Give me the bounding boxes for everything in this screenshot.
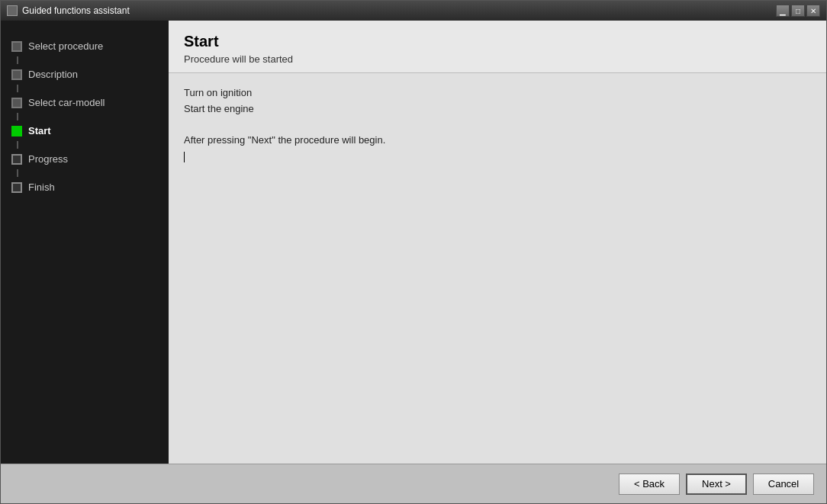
step-indicator-select-car-modell xyxy=(11,98,22,108)
step-indicator-finish xyxy=(11,182,22,193)
window-icon xyxy=(7,5,18,16)
sidebar-item-progress: Progress xyxy=(1,149,169,169)
content-body: Turn on ignition Start the engine After … xyxy=(184,85,811,165)
maximize-button[interactable]: □ xyxy=(791,5,805,17)
content-area: Select procedure Description Select car-… xyxy=(1,21,826,464)
step-label-progress: Progress xyxy=(28,153,68,165)
cancel-button[interactable]: Cancel xyxy=(753,474,814,495)
content-line-blank xyxy=(184,117,811,133)
sidebar: Select procedure Description Select car-… xyxy=(1,21,169,464)
minimize-button[interactable]: ▁ xyxy=(776,5,790,17)
window-title: Guided functions assistant xyxy=(22,5,771,16)
step-connector-2 xyxy=(17,85,18,92)
page-subtitle: Procedure will be started xyxy=(184,53,811,65)
next-button[interactable]: Next > xyxy=(686,474,747,495)
sidebar-item-finish: Finish xyxy=(1,177,169,197)
step-connector-3 xyxy=(17,113,18,120)
sidebar-item-select-procedure: Select procedure xyxy=(1,36,169,56)
step-label-description: Description xyxy=(28,69,78,80)
content-line-2: Start the engine xyxy=(184,101,811,117)
step-label-finish: Finish xyxy=(28,181,55,193)
text-cursor xyxy=(184,152,185,162)
close-button[interactable]: ✕ xyxy=(806,5,820,17)
sidebar-item-start: Start xyxy=(1,120,169,141)
main-content: Turn on ignition Start the engine After … xyxy=(169,73,826,464)
step-connector-1 xyxy=(17,56,18,64)
titlebar-buttons: ▁ □ ✕ xyxy=(776,5,820,17)
step-connector-4 xyxy=(17,141,18,149)
titlebar: Guided functions assistant ▁ □ ✕ xyxy=(1,1,826,21)
content-cursor-line xyxy=(184,149,811,165)
step-indicator-description xyxy=(11,69,22,80)
step-label-select-procedure: Select procedure xyxy=(28,40,103,52)
back-button[interactable]: < Back xyxy=(619,474,680,495)
wizard-steps: Select procedure Description Select car-… xyxy=(1,28,169,205)
step-indicator-start xyxy=(11,126,22,136)
step-label-select-car-modell: Select car-modell xyxy=(28,97,105,108)
step-indicator-progress xyxy=(11,154,22,165)
main-panel: Start Procedure will be started Turn on … xyxy=(169,21,826,464)
sidebar-item-description: Description xyxy=(1,64,169,85)
footer: < Back Next > Cancel xyxy=(1,464,826,503)
page-title: Start xyxy=(184,33,811,50)
step-label-start: Start xyxy=(28,125,51,136)
step-indicator-select-procedure xyxy=(11,41,22,52)
content-line-3: After pressing "Next" the procedure will… xyxy=(184,133,811,149)
content-line-1: Turn on ignition xyxy=(184,85,811,101)
step-connector-5 xyxy=(17,169,18,177)
main-header: Start Procedure will be started xyxy=(169,21,826,73)
main-window: Guided functions assistant ▁ □ ✕ Select … xyxy=(0,0,827,504)
sidebar-item-select-car-modell: Select car-modell xyxy=(1,92,169,113)
